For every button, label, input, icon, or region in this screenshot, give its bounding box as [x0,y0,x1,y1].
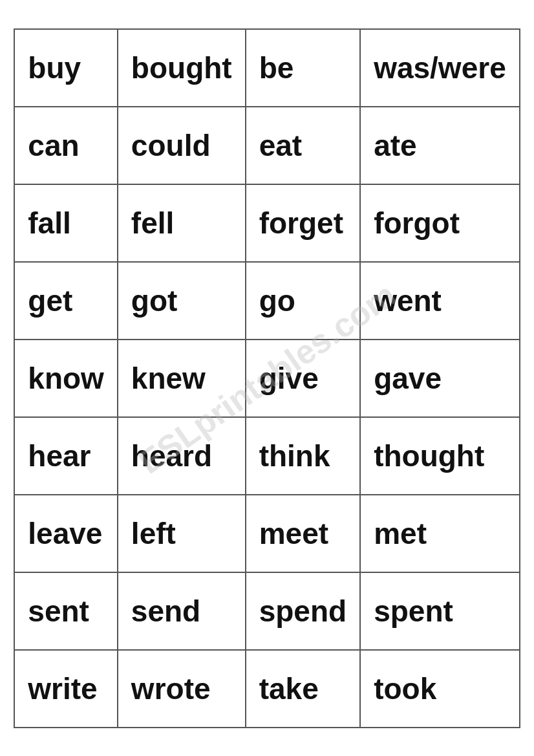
cell-r6-c1: left [118,495,246,572]
cell-r1-c1: could [118,107,246,184]
table-row: leaveleftmeetmet [14,495,519,572]
page: ESLprintables.com buyboughtbewas/werecan… [0,0,534,756]
cell-r1-c2: eat [246,107,360,184]
cell-r2-c1: fell [118,184,246,262]
cell-r8-c0: write [14,650,118,728]
table-row: hearheardthinkthought [14,417,519,495]
table-row: cancouldeatate [14,107,519,184]
cell-r8-c3: took [360,650,520,728]
table-row: knowknewgivegave [14,340,519,417]
cell-r7-c3: spent [360,572,520,650]
cell-r5-c1: heard [118,417,246,495]
cell-r3-c1: got [118,262,246,340]
cell-r4-c3: gave [360,340,520,417]
cell-r0-c3: was/were [360,29,520,107]
cell-r5-c2: think [246,417,360,495]
cell-r8-c1: wrote [118,650,246,728]
cell-r7-c1: send [118,572,246,650]
table-row: getgotgowent [14,262,519,340]
cell-r6-c0: leave [14,495,118,572]
cell-r3-c2: go [246,262,360,340]
cell-r8-c2: take [246,650,360,728]
cell-r7-c0: sent [14,572,118,650]
cell-r3-c0: get [14,262,118,340]
table-row: writewrotetaketook [14,650,519,728]
cell-r1-c0: can [14,107,118,184]
cell-r3-c3: went [360,262,520,340]
table-row: sentsendspendspent [14,572,519,650]
cell-r6-c2: meet [246,495,360,572]
cell-r0-c2: be [246,29,360,107]
cell-r4-c0: know [14,340,118,417]
word-table: buyboughtbewas/werecancouldeatatefallfel… [14,28,520,728]
cell-r0-c0: buy [14,29,118,107]
table-row: buyboughtbewas/were [14,29,519,107]
table-row: fallfellforgetforgot [14,184,519,262]
cell-r6-c3: met [360,495,520,572]
cell-r4-c2: give [246,340,360,417]
cell-r5-c3: thought [360,417,520,495]
cell-r7-c2: spend [246,572,360,650]
cell-r2-c2: forget [246,184,360,262]
cell-r0-c1: bought [118,29,246,107]
cell-r5-c0: hear [14,417,118,495]
cell-r1-c3: ate [360,107,520,184]
cell-r2-c0: fall [14,184,118,262]
cell-r4-c1: knew [118,340,246,417]
cell-r2-c3: forgot [360,184,520,262]
